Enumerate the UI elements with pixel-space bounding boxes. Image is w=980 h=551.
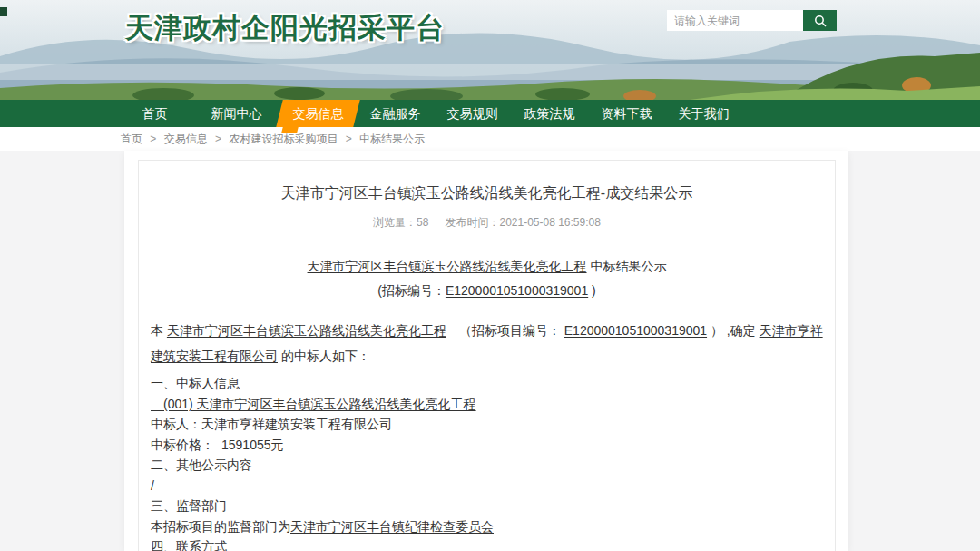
supervisor-line: 本招标项目的监督部门为天津市宁河区丰台镇纪律检查委员会 [151,517,823,537]
intro-paragraph: 本 天津市宁河区丰台镇滨玉公路线沿线美化亮化工程 （招标项目编号： E12000… [151,318,823,369]
nav-item-trade-info[interactable]: 交易信息 [279,100,357,127]
nav-item-about[interactable]: 关于我们 [665,100,742,127]
intro-text: 本 [151,323,167,338]
section-4-heading: 四、联系方式 [151,536,823,551]
lot-line: (001) 天津市宁河区丰台镇滨玉公路线沿线美化亮化工程 [151,394,823,415]
search-input[interactable] [667,10,803,31]
search-bar [667,10,837,31]
supervisor-name: 天津市宁河区丰台镇纪律检查委员会 [290,519,494,534]
publish-time: 2021-05-08 16:59:08 [499,216,600,229]
main-area: 天津市宁河区丰台镇滨玉公路线沿线美化亮化工程-成交结果公示 浏览量：58发布时间… [0,151,980,551]
article-box: 天津市宁河区丰台镇滨玉公路线沿线美化亮化工程-成交结果公示 浏览量：58发布时间… [138,160,836,551]
breadcrumb-separator: > [346,133,352,145]
breadcrumb-home[interactable]: 首页 [121,133,142,145]
price-line: 中标价格：1591055元 [151,435,823,456]
search-icon [814,15,827,27]
lot-name: (001) 天津市宁河区丰台镇滨玉公路线沿线美化亮化工程 [151,397,476,411]
views-label: 浏览量： [373,216,416,229]
nav-item-policy[interactable]: 政策法规 [511,100,588,127]
main-nav: 首页 新闻中心 交易信息 金融服务 交易规则 政策法规 资料下载 关于我们 [0,100,980,127]
breadcrumb: 首页 > 交易信息 > 农村建设招标采购项目 > 中标结果公示 [0,127,980,151]
intro-text: （招标项目编号： [446,323,564,338]
section-1-heading: 一、中标人信息 [151,373,823,394]
breadcrumb-separator: > [215,133,221,145]
search-button[interactable] [803,10,837,31]
section-3-heading: 三、监督部门 [151,496,823,517]
price-label: 中标价格： [151,438,214,452]
doc-title-suffix: 中标结果公示 [587,259,667,273]
intro-bid-number: E1200001051000319001 [564,323,707,338]
intro-text: ） ,确定 [707,323,760,338]
nav-item-news[interactable]: 新闻中心 [193,100,279,127]
winner-label: 中标人： [151,417,201,431]
content-container: 天津市宁河区丰台镇滨玉公路线沿线美化亮化工程-成交结果公示 浏览量：58发布时间… [124,151,848,551]
price-value: 1591055元 [221,438,284,452]
article-meta: 浏览量：58发布时间：2021-05-08 16:59:08 [151,215,823,231]
other-content: / [151,476,823,497]
winner-name: 天津市亨祥建筑安装工程有限公司 [201,417,392,431]
intro-project: 天津市宁河区丰台镇滨玉公路线沿线美化亮化工程 [167,323,446,338]
doc-title: 天津市宁河区丰台镇滨玉公路线沿线美化亮化工程 中标结果公示 [151,259,823,275]
bid-number-close: ) [588,283,596,298]
site-banner: 天津政村企阳光招采平台 [0,0,980,100]
nav-item-home[interactable]: 首页 [116,100,193,127]
publish-label: 发布时间： [445,216,499,229]
nav-item-rules[interactable]: 交易规则 [434,100,511,127]
views-count: 58 [416,216,428,229]
breadcrumb-rural-projects[interactable]: 农村建设招标采购项目 [229,133,338,145]
breadcrumb-separator: > [150,133,156,145]
bid-number: E1200001051000319001 [446,283,588,298]
breadcrumb-current: 中标结果公示 [359,133,425,145]
section-2-heading: 二、其他公示内容 [151,455,823,476]
site-title: 天津政村企阳光招采平台 [125,9,445,47]
doc-title-project: 天津市宁河区丰台镇滨玉公路线沿线美化亮化工程 [308,259,587,273]
winner-line: 中标人：天津市亨祥建筑安装工程有限公司 [151,414,823,435]
nav-item-downloads[interactable]: 资料下载 [588,100,665,127]
breadcrumb-trade-info[interactable]: 交易信息 [164,133,208,145]
bid-number-open: (招标编号： [377,283,446,298]
intro-text: 的中标人如下： [278,349,370,363]
article-title: 天津市宁河区丰台镇滨玉公路线沿线美化亮化工程-成交结果公示 [151,184,823,203]
nav-item-finance[interactable]: 金融服务 [357,100,434,127]
bid-number-line: (招标编号：E1200001051000319001 ) [151,283,823,300]
page: 天津政村企阳光招采平台 首页 新闻中心 交易信息 金融服务 交易规则 政策法规 … [0,0,980,551]
banner-corner-artifact [0,7,7,16]
supervisor-pre: 本招标项目的监督部门为 [151,519,290,534]
